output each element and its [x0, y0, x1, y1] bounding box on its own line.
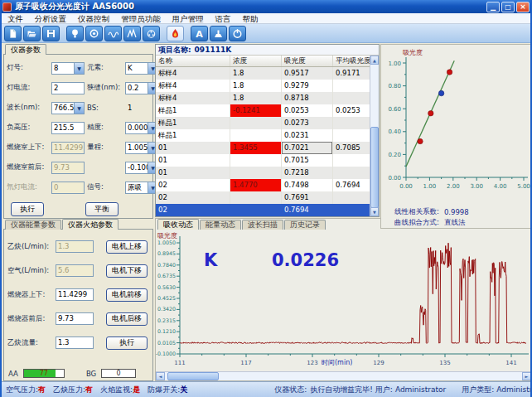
scroll-right-icon[interactable]: ►	[522, 372, 531, 380]
table-row[interactable]: 样品10.0273	[156, 117, 379, 129]
signal-mode-select[interactable]: 原吸▼	[125, 182, 158, 194]
flame-button[interactable]	[167, 26, 184, 41]
cell-abs[interactable]: 0.7691	[282, 191, 333, 204]
menu-item-6[interactable]: 帮助	[237, 13, 264, 24]
slit-select[interactable]: 0.2▼	[125, 82, 158, 94]
cell-name[interactable]: 样品1	[156, 117, 230, 129]
menu-item-0[interactable]: 文件	[2, 13, 29, 24]
zero-offset-select[interactable]: -0.1000▼	[125, 162, 158, 174]
save-button[interactable]	[42, 26, 60, 41]
cell-conc[interactable]: 1.8	[230, 80, 282, 92]
new-file-button[interactable]	[4, 26, 22, 41]
menu-item-4[interactable]: 用户管理	[167, 13, 210, 24]
precision-select[interactable]: 0.0000▼	[125, 122, 158, 134]
cell-conc[interactable]: 1.3455	[230, 142, 282, 154]
table-row[interactable]: 样品10.0231	[156, 129, 379, 142]
cell-name[interactable]: 样品1	[156, 104, 230, 117]
cell-conc[interactable]: -0.1241	[230, 104, 282, 117]
tab-flame-1[interactable]: 仪器火焰参数	[62, 219, 118, 230]
cell-name[interactable]: 02	[156, 179, 230, 191]
energy-button[interactable]	[85, 26, 103, 41]
table-row[interactable]: 标样41.80.9279	[156, 80, 379, 92]
cell-abs[interactable]: 0.8718	[282, 92, 333, 104]
cell-conc[interactable]: 1.4770	[230, 179, 282, 191]
column-header-1[interactable]: 浓度	[230, 56, 282, 66]
cell-conc[interactable]	[230, 117, 282, 129]
execute-flame-button[interactable]: 执行	[106, 336, 148, 350]
minimize-button[interactable]: ▁	[486, 2, 500, 12]
chevron-down-icon[interactable]: ▼	[74, 103, 84, 114]
lamp-number-select[interactable]: 8▼	[51, 62, 85, 75]
scroll-left-icon[interactable]: ◄	[156, 372, 165, 380]
cell-name[interactable]: 01	[156, 167, 230, 179]
burner-frontback-input[interactable]: 9.73	[56, 312, 94, 325]
open-folder-button[interactable]	[23, 26, 41, 41]
cell-abs[interactable]: 0.7015	[282, 154, 333, 167]
cell-name[interactable]: 02	[156, 204, 230, 216]
chart-horizontal-scrollbar[interactable]: ◄ ►	[156, 371, 531, 380]
scroll-down-icon[interactable]: ▼	[370, 207, 379, 216]
tab-dynamics-0[interactable]: 吸收动态	[157, 219, 199, 230]
cell-name[interactable]: 02	[156, 191, 230, 204]
tab-dynamics-1[interactable]: 能量动态	[200, 220, 241, 230]
cell-abs[interactable]: 0.7498	[282, 179, 333, 191]
tab-dynamics-3[interactable]: 历史记录	[284, 220, 326, 230]
cell-abs[interactable]: 0.0253	[282, 104, 333, 117]
cell-conc[interactable]	[230, 154, 282, 167]
cell-conc[interactable]	[230, 167, 282, 179]
motor-forward-button[interactable]: 电机前移	[106, 288, 148, 302]
lamp-button[interactable]	[66, 26, 84, 41]
cell-abs[interactable]: 0.0273	[282, 117, 333, 129]
table-row[interactable]: 020.7694	[156, 204, 379, 216]
tab-flame-0[interactable]: 仪器能量参数	[5, 220, 61, 230]
cell-conc[interactable]: 1.8	[230, 67, 282, 80]
cell-conc[interactable]	[230, 129, 282, 142]
tab-dynamics-2[interactable]: 波长扫描	[242, 220, 283, 230]
cell-abs[interactable]: 0.7218	[282, 167, 333, 179]
table-row[interactable]: 标样41.80.95170.9171	[156, 67, 379, 80]
cell-abs[interactable]: 0.9517	[282, 67, 333, 80]
hscroll-thumb[interactable]	[167, 372, 219, 380]
tab-instrument-params[interactable]: 仪器参数	[5, 44, 46, 55]
cell-abs[interactable]: 0.7021	[282, 142, 333, 154]
scroll-thumb[interactable]	[370, 127, 379, 208]
motor-backward-button[interactable]: 电机后移	[106, 312, 148, 326]
acetylene-flow-input[interactable]: 1.3	[56, 336, 94, 349]
atomizer-button[interactable]: A	[191, 26, 208, 41]
table-row[interactable]: 标样41.80.8718	[156, 92, 379, 104]
menu-item-5[interactable]: 语言	[210, 13, 237, 24]
close-button[interactable]: ×	[516, 2, 530, 12]
cell-conc[interactable]: 1.8	[230, 92, 282, 104]
power-button[interactable]	[229, 26, 246, 41]
cell-name[interactable]: 标样4	[156, 80, 230, 92]
balance-button[interactable]: 平衡	[85, 202, 118, 216]
cell-name[interactable]: 01	[156, 154, 230, 167]
cell-name[interactable]: 标样4	[156, 92, 230, 104]
cell-name[interactable]: 01	[156, 142, 230, 154]
cell-name[interactable]: 样品1	[156, 129, 230, 142]
wavelength-button[interactable]	[104, 26, 122, 41]
burner-button[interactable]	[210, 26, 227, 41]
table-row[interactable]: 020.7691	[156, 191, 379, 204]
burner-updown-input[interactable]: 11.4299	[56, 288, 94, 301]
cell-abs[interactable]: 0.9279	[282, 80, 333, 92]
menu-item-1[interactable]: 分析设置	[29, 13, 72, 24]
table-row[interactable]: 样品1-0.12410.02530.0253	[156, 104, 379, 117]
maximize-button[interactable]: □	[501, 2, 515, 12]
column-header-0[interactable]: 名称	[156, 56, 230, 66]
table-row[interactable]: 021.47700.74980.7694	[156, 179, 379, 191]
column-header-2[interactable]: 吸光度	[282, 56, 333, 66]
cell-conc[interactable]	[230, 191, 282, 204]
cell-abs[interactable]: 0.0231	[282, 129, 333, 142]
table-row[interactable]: 010.7015	[156, 154, 379, 167]
cell-conc[interactable]	[230, 204, 282, 216]
table-vertical-scrollbar[interactable]: ▲ ▼	[370, 56, 379, 216]
chevron-down-icon[interactable]: ▼	[74, 63, 84, 74]
menu-item-2[interactable]: 仪器控制	[72, 13, 115, 24]
range-select[interactable]: 1.0050▼	[125, 142, 158, 154]
scroll-up-icon[interactable]: ▲	[370, 56, 379, 65]
autosampler-button[interactable]	[143, 26, 160, 41]
cell-name[interactable]: 标样4	[156, 67, 230, 80]
motor-up-button[interactable]: 电机上移	[106, 240, 148, 254]
cell-abs[interactable]: 0.7694	[282, 204, 333, 216]
